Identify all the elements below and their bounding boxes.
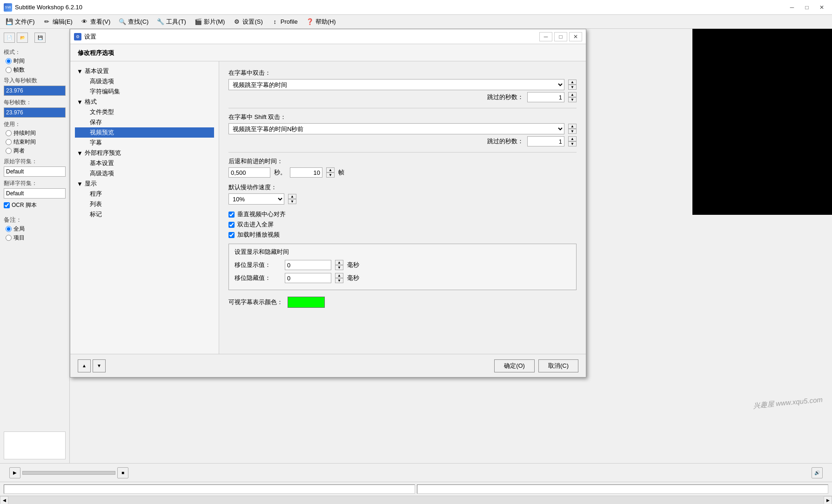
menu-search[interactable]: 🔍 查找(C) — [115, 16, 152, 28]
menu-movie[interactable]: 🎬 影片(M) — [191, 16, 229, 28]
trans-charset-input[interactable] — [4, 188, 66, 199]
menu-file[interactable]: 💾 文件(F) — [2, 16, 39, 28]
tree-item-filetype[interactable]: 文件类型 — [75, 107, 214, 117]
tree-advanced-label: 高级选项 — [90, 77, 114, 86]
load-on-play-row[interactable]: 加载时播放视频 — [228, 231, 577, 239]
time-input[interactable] — [228, 167, 270, 178]
show-offset-btns: ▲ ▼ — [335, 260, 343, 270]
skip-seconds-input[interactable] — [527, 92, 564, 102]
frame-unit: 帧 — [338, 168, 344, 177]
notes-project-radio[interactable]: 项目 — [6, 234, 66, 242]
fullscreen-row[interactable]: 双击进入全屏 — [228, 220, 577, 229]
minimize-button[interactable]: ─ — [785, 3, 798, 12]
shift-select-down[interactable]: ▼ — [568, 129, 577, 134]
load-on-play-checkbox[interactable] — [228, 232, 235, 238]
use-both-radio[interactable]: 两者 — [6, 147, 66, 155]
new-file-btn[interactable]: 📄 — [4, 33, 15, 43]
shift-skip-down[interactable]: ▼ — [568, 141, 577, 146]
menu-settings[interactable]: ⚙ 设置(S) — [229, 16, 266, 28]
save-btn[interactable]: 💾 — [34, 33, 46, 43]
use-persistent-label: 持续时间 — [13, 129, 36, 137]
import-fps-input[interactable] — [4, 86, 66, 96]
tree-item-charset[interactable]: 字符编码集 — [75, 86, 214, 97]
tree-item-advanced2[interactable]: 高级选项 — [75, 168, 214, 179]
fps-input[interactable] — [4, 107, 66, 118]
mode-time-label: 时间 — [13, 57, 25, 65]
sidebar-text-area[interactable] — [4, 431, 66, 459]
tree-item-save[interactable]: 保存 — [75, 117, 214, 127]
fullscreen-checkbox[interactable] — [228, 222, 235, 228]
menu-profile[interactable]: ↕ Profile — [268, 16, 302, 27]
notes-global-radio[interactable]: 全局 — [6, 225, 66, 233]
scroll-right-btn[interactable]: ▶ — [824, 496, 832, 504]
cancel-button[interactable]: 取消(C) — [538, 359, 578, 372]
scroll-left-btn[interactable]: ◀ — [0, 496, 8, 504]
skip-down-btn[interactable]: ▼ — [568, 97, 577, 102]
tree-item-mark[interactable]: 标记 — [75, 209, 214, 219]
show-offset-up[interactable]: ▲ — [335, 260, 343, 265]
hide-offset-label: 移位隐藏值： — [235, 274, 281, 282]
frame-down-btn[interactable]: ▼ — [326, 172, 335, 178]
shift-dbl-select[interactable]: 视频跳至字幕的时间N秒前 — [228, 123, 564, 134]
menu-view[interactable]: 👁 查看(V) — [77, 16, 114, 28]
open-btn[interactable]: 📂 — [17, 33, 28, 43]
vc-right-group: 🔊 — [812, 467, 823, 478]
show-offset-input[interactable] — [285, 260, 331, 270]
tree-item-subtitle[interactable]: 字幕 — [75, 138, 214, 148]
frame-input[interactable] — [290, 167, 322, 178]
hide-offset-input[interactable] — [285, 273, 331, 283]
vc-vol-btn[interactable]: 🔊 — [812, 467, 823, 478]
dbl-click-down-btn[interactable]: ▼ — [568, 85, 577, 90]
speed-up-btn[interactable]: ▲ — [288, 194, 296, 199]
menu-help[interactable]: ❓ 帮助(H) — [302, 16, 340, 28]
use-persistent-radio[interactable]: 持续时间 — [6, 129, 66, 137]
mode-frame-radio[interactable]: 帧数 — [6, 66, 66, 74]
tree-item-list[interactable]: 列表 — [75, 199, 214, 209]
h-scrollbar[interactable]: ◀ ▶ — [0, 496, 832, 504]
dbl-click-select[interactable]: 视频跳至字幕的时间 — [228, 79, 564, 90]
speed-select[interactable]: 10% 20% 30% 50% — [228, 193, 284, 205]
show-offset-down[interactable]: ▼ — [335, 265, 343, 270]
scroll-track-h[interactable] — [8, 496, 824, 504]
tree-item-basic2[interactable]: 基本设置 — [75, 158, 214, 168]
tree-item-display[interactable]: ▼ 显示 — [75, 179, 214, 189]
title-bar-controls: ─ □ ✕ — [785, 3, 828, 12]
tree-item-basic[interactable]: ▼ 基本设置 — [75, 66, 214, 76]
dialog-minimize-btn[interactable]: ─ — [539, 32, 552, 41]
maximize-button[interactable]: □ — [800, 3, 813, 12]
vc-play-btn[interactable]: ▶ — [9, 467, 20, 478]
speed-down-btn[interactable]: ▼ — [288, 199, 296, 204]
tree-item-advanced[interactable]: 高级选项 — [75, 76, 214, 86]
mode-time-radio[interactable]: 时间 — [6, 57, 66, 65]
close-button[interactable]: ✕ — [815, 3, 828, 12]
dbl-click-up-btn[interactable]: ▲ — [568, 80, 577, 85]
ok-button[interactable]: 确定(O) — [494, 359, 535, 372]
vc-stop-btn[interactable]: ■ — [117, 467, 128, 478]
move-up-btn[interactable]: ▲ — [78, 359, 91, 372]
menu-edit[interactable]: ✏ 编辑(E) — [40, 16, 76, 28]
use-end-radio[interactable]: 结束时间 — [6, 138, 66, 146]
center-video-checkbox[interactable] — [228, 212, 235, 218]
dialog-maximize-btn[interactable]: □ — [554, 32, 567, 41]
tree-item-video-preview[interactable]: 视频预览 — [75, 127, 214, 138]
dialog-close-btn[interactable]: ✕ — [569, 32, 582, 41]
tree-item-ext-preview[interactable]: ▼ 外部程序预览 — [75, 148, 214, 158]
ocr-checkbox-row[interactable]: OCR 脚本 — [4, 201, 66, 209]
frame-up-btn[interactable]: ▲ — [326, 167, 335, 172]
source-charset-input[interactable] — [4, 166, 66, 177]
skip-up-btn[interactable]: ▲ — [568, 92, 577, 97]
hide-offset-down[interactable]: ▼ — [335, 278, 343, 283]
tree-item-format[interactable]: ▼ 格式 — [75, 97, 214, 107]
color-swatch[interactable] — [288, 297, 325, 308]
shift-select-up[interactable]: ▲ — [568, 124, 577, 129]
hide-offset-up[interactable]: ▲ — [335, 273, 343, 278]
center-video-row[interactable]: 垂直视频中心对齐 — [228, 210, 577, 219]
vc-timeline[interactable] — [22, 471, 115, 475]
menu-tools[interactable]: 🔧 工具(T) — [153, 16, 190, 28]
shift-skip-up[interactable]: ▲ — [568, 136, 577, 141]
move-down-btn[interactable]: ▼ — [93, 359, 106, 372]
ocr-checkbox[interactable] — [4, 202, 10, 208]
shift-skip-input[interactable] — [527, 136, 564, 146]
tree-item-program[interactable]: 程序 — [75, 189, 214, 199]
dialog-icon: ⚙ — [74, 33, 81, 40]
